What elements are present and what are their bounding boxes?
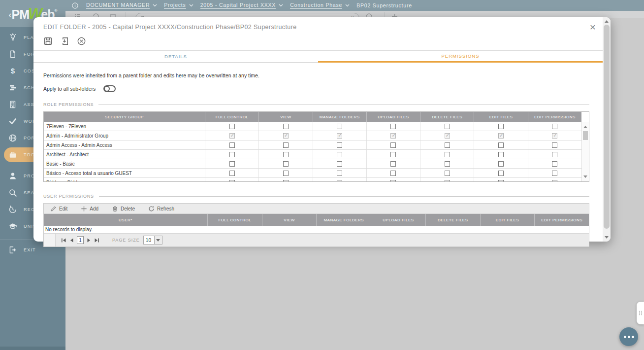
permission-checkbox[interactable] [445,171,450,176]
scrollbar-thumb[interactable] [583,131,588,140]
permission-checkbox[interactable] [445,152,450,157]
permission-checkbox[interactable] [337,142,342,148]
last-page-button[interactable] [94,238,99,243]
permission-checkbox[interactable] [337,161,342,167]
permission-checkbox[interactable] [552,161,557,167]
breadcrumb-item[interactable]: Construction Phase [290,2,350,9]
apply-subfolders-toggle[interactable] [103,85,116,92]
delete-button[interactable]: Delete [112,206,135,212]
permission-checkbox[interactable] [498,124,504,129]
permission-checkbox[interactable] [390,152,396,157]
scroll-up-icon[interactable] [583,126,587,128]
page-number[interactable]: 1 [77,236,84,244]
breadcrumb-item[interactable]: 2005 - Capital Project XXXX [200,2,284,9]
permission-checkbox[interactable] [498,152,504,157]
permission-checkbox[interactable] [552,142,557,148]
permission-checkbox[interactable] [283,152,289,157]
table-row: Admin Access - Admin Access [44,140,581,150]
permission-checkbox[interactable] [498,133,504,139]
permission-checkbox[interactable] [283,171,289,176]
permission-checkbox[interactable] [552,171,557,176]
permission-checkbox[interactable] [229,152,235,157]
add-button[interactable]: Add [81,206,98,212]
permission-checkbox[interactable] [283,180,289,182]
permission-checkbox[interactable] [552,124,557,129]
permission-checkbox[interactable] [552,152,557,157]
permission-checkbox[interactable] [337,124,342,129]
column-header: VIEW [258,112,312,122]
permission-checkbox[interactable] [445,124,450,129]
top-bar: DOCUMENT MANAGERProjects2005 - Capital P… [0,0,644,11]
breadcrumb-item[interactable]: BP02 Superstructure [356,2,412,9]
table-scrollbar[interactable] [581,122,589,181]
permission-checkbox[interactable] [552,133,557,139]
permission-checkbox[interactable] [229,133,235,139]
column-header: DELETE FILES [425,214,480,226]
graduation-icon [8,222,17,231]
scroll-down-icon[interactable] [583,175,587,178]
permission-checkbox[interactable] [337,152,342,157]
tab-details[interactable]: DETAILS [33,51,318,63]
tab-permissions[interactable]: PERMISSIONS [318,51,603,63]
permission-checkbox[interactable] [283,142,289,148]
person-icon [8,172,17,180]
scroll-down-icon[interactable] [605,236,609,239]
permission-checkbox[interactable] [390,171,396,176]
inherited-permissions-notice: Permissions were inherited from a parent… [43,72,589,78]
more-options-button[interactable] [619,327,638,346]
role-permissions-table: SECURITY GROUPFULL CONTROLVIEWMANAGE FOL… [43,111,589,182]
check-icon [8,117,17,126]
permission-checkbox[interactable] [445,180,450,182]
permission-checkbox[interactable] [390,133,396,139]
pagination-bar: 1 PAGE SIZE 10 [44,234,589,246]
prev-page-button[interactable] [69,238,74,243]
user-permissions-table: EditAddDeleteRefresh USER*FULL CONTROLVI… [43,203,589,247]
breadcrumb-item[interactable]: DOCUMENT MANAGER [86,2,157,9]
permission-checkbox[interactable] [445,142,450,148]
permission-checkbox[interactable] [229,142,235,148]
refresh-button[interactable]: Refresh [148,206,174,212]
divider [98,105,589,105]
column-header: FULL CONTROL [207,214,262,226]
permission-checkbox[interactable] [498,142,504,148]
assistant-tab[interactable] [637,302,644,324]
save-exit-icon[interactable] [60,36,69,46]
cancel-icon[interactable] [77,36,86,46]
permission-checkbox[interactable] [390,124,396,129]
permission-checkbox[interactable] [229,180,235,182]
permission-checkbox[interactable] [498,161,504,167]
first-page-button[interactable] [61,238,66,243]
permission-checkbox[interactable] [390,161,396,167]
permission-checkbox[interactable] [283,161,289,167]
save-icon[interactable] [43,36,53,46]
permission-checkbox[interactable] [337,171,342,176]
scrollbar-thumb[interactable] [604,25,610,229]
modal-scrollbar[interactable] [603,17,611,242]
permission-checkbox[interactable] [229,161,235,167]
permission-checkbox[interactable] [337,133,342,139]
permission-checkbox[interactable] [390,142,396,148]
next-page-button[interactable] [86,238,92,243]
permission-checkbox[interactable] [283,124,289,129]
permission-checkbox[interactable] [498,180,504,182]
breadcrumb-item[interactable]: Projects [164,2,193,9]
column-header: SECURITY GROUP [44,112,205,122]
permission-checkbox[interactable] [445,161,450,167]
permission-checkbox[interactable] [445,133,450,139]
sidebar-footer [0,347,65,350]
building-icon [8,100,17,109]
page-size-select[interactable]: 10 [143,236,162,245]
permission-checkbox[interactable] [390,180,396,182]
permission-checkbox[interactable] [337,180,342,182]
close-icon[interactable]: × [590,22,596,32]
scroll-up-icon[interactable] [605,20,609,23]
permission-checkbox[interactable] [283,133,289,139]
permission-checkbox[interactable] [498,171,504,176]
chevron-down-icon[interactable] [155,236,162,245]
edit-button[interactable]: Edit [50,206,67,212]
permission-checkbox[interactable] [552,180,557,182]
table-row: Bidders - Bidders [44,178,581,181]
permission-checkbox[interactable] [229,124,235,129]
permission-checkbox[interactable] [229,171,235,176]
security-group-label: Básico - Acceso total a usuario GUEST [44,169,205,177]
